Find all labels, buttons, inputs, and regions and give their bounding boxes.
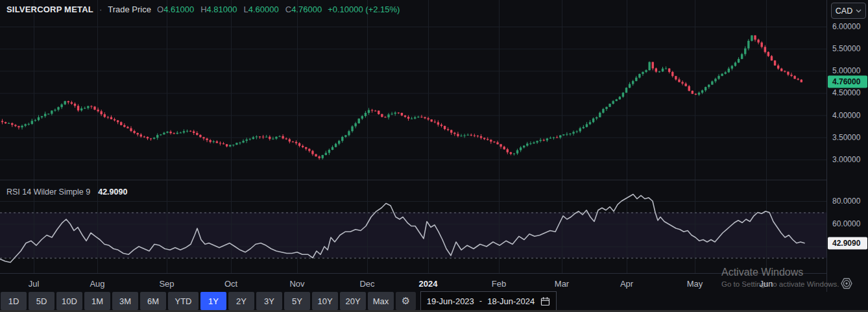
time-axis-label: May (687, 279, 703, 289)
close-value: 4.76000 (291, 5, 322, 14)
range-button-ytd[interactable]: YTD (168, 292, 199, 310)
price-axis-label: 6.00000 (832, 22, 860, 31)
price-chart-canvas[interactable] (0, 0, 826, 292)
settings-hex-icon[interactable] (838, 274, 856, 293)
rsi-axis-label: 60.0000 (832, 219, 860, 228)
chevron-down-icon (856, 9, 862, 13)
time-axis-label: Nov (289, 279, 304, 289)
low-value: 4.60000 (248, 5, 279, 14)
price-axis-label: 5.00000 (832, 66, 860, 75)
time-axis-label: Jun (760, 279, 773, 289)
series-name: Trade Price (108, 5, 151, 14)
time-axis-label: Mar (555, 279, 569, 289)
range-toolbar: 1D5D10D1M3M6MYTD1Y2Y3Y5Y10Y20YMax⚙ (1, 292, 416, 310)
range-button-10y[interactable]: 10Y (312, 292, 338, 310)
calendar-icon (540, 296, 550, 306)
trading-app-window: SILVERCORP METAL · Trade Price O4.61000 … (0, 0, 868, 312)
range-button-3m[interactable]: 3M (112, 292, 138, 310)
legend-separator: · (99, 5, 102, 14)
rsi-value: 42.9090 (98, 187, 127, 197)
range-button-5y[interactable]: 5Y (284, 292, 310, 310)
date-to: 18-Jun-2024 (487, 296, 535, 306)
time-axis-label: 2024 (419, 279, 438, 289)
gear-icon[interactable]: ⚙ (396, 292, 416, 310)
rsi-indicator-name: RSI 14 Wilder Simple 9 (6, 187, 90, 197)
time-axis-label: Feb (492, 279, 506, 289)
price-axis-label: 3.50000 (832, 133, 860, 142)
open-label: O (157, 5, 163, 14)
price-axis-label: 5.50000 (832, 44, 860, 53)
range-button-5d[interactable]: 5D (29, 292, 54, 310)
hexagon-target-icon (839, 276, 854, 291)
price-axis[interactable]: CAD 6.000005.500005.000004.500004.000003… (826, 0, 868, 292)
price-axis-label: 4.50000 (832, 88, 860, 97)
close-label: C (285, 5, 291, 14)
high-value: 4.81000 (207, 5, 237, 14)
range-button-20y[interactable]: 20Y (340, 292, 366, 310)
open-value: 4.61000 (163, 5, 194, 14)
range-button-3y[interactable]: 3Y (256, 292, 282, 310)
symbol-title: SILVERCORP METAL (6, 5, 93, 14)
time-axis-label: Aug (90, 279, 104, 289)
time-axis[interactable]: JulAugSepOctNovDec2024FebMarAprMayJun (0, 273, 826, 293)
time-axis-label: Dec (359, 279, 374, 289)
last-price-badge: 4.76000 (828, 75, 867, 88)
range-button-max[interactable]: Max (368, 292, 394, 310)
currency-selector[interactable]: CAD (831, 3, 866, 19)
rsi-axis-label: 80.0000 (832, 197, 860, 206)
time-axis-label: Sep (159, 279, 174, 289)
range-button-6m[interactable]: 6M (140, 292, 166, 310)
ohlc-values: O4.61000 H4.81000 L4.60000 C4.76000 (157, 5, 322, 14)
date-from: 19-Jun-2023 (427, 296, 474, 306)
low-label: L (244, 5, 248, 14)
time-axis-label: Apr (620, 279, 633, 289)
rsi-value-badge: 42.9090 (828, 237, 867, 249)
range-button-1m[interactable]: 1M (84, 292, 110, 310)
range-button-10d[interactable]: 10D (56, 292, 82, 310)
price-change: +0.10000 (+2.15%) (328, 5, 400, 14)
high-label: H (200, 5, 206, 14)
range-button-2y[interactable]: 2Y (228, 292, 254, 310)
time-axis-label: Jul (29, 279, 40, 289)
currency-label: CAD (836, 6, 852, 16)
date-range-dash: - (479, 296, 482, 306)
rsi-legend: RSI 14 Wilder Simple 9 42.9090 (6, 187, 127, 197)
date-range-picker[interactable]: 19-Jun-2023 - 18-Jun-2024 (420, 291, 557, 311)
range-button-1y[interactable]: 1Y (200, 292, 226, 310)
time-axis-label: Oct (224, 279, 237, 289)
price-axis-label: 3.00000 (832, 155, 860, 164)
range-button-1d[interactable]: 1D (1, 292, 27, 310)
price-axis-label: 4.00000 (832, 111, 860, 120)
price-legend: SILVERCORP METAL · Trade Price O4.61000 … (6, 5, 400, 14)
